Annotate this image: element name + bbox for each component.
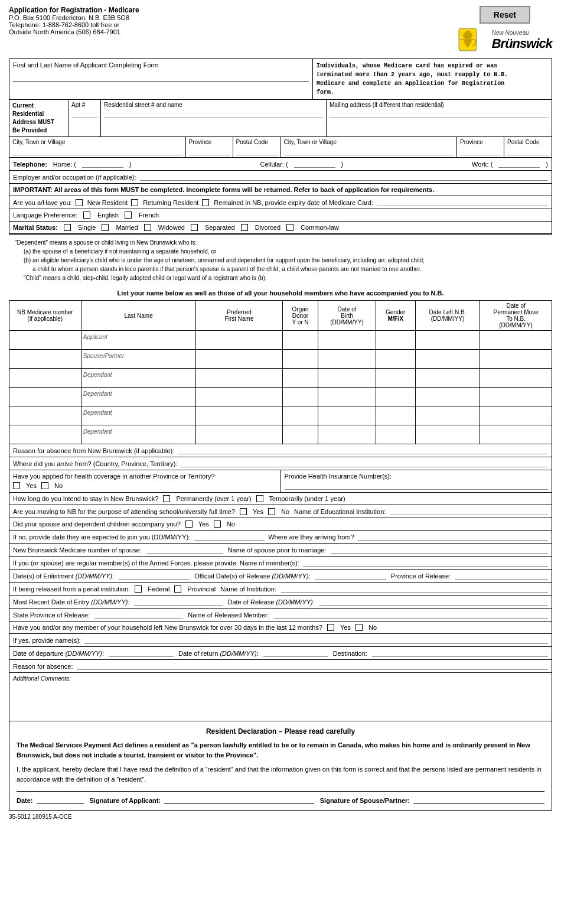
q12a-input[interactable] <box>134 598 223 606</box>
postal-input-right[interactable] <box>507 148 549 155</box>
datemove-applicant-input[interactable] <box>482 337 550 343</box>
home-phone-input[interactable] <box>82 160 123 168</box>
q6-yes-checkbox[interactable] <box>185 520 193 528</box>
applicant-name-input[interactable] <box>13 74 309 82</box>
q7-date-input[interactable] <box>194 533 265 541</box>
q5-yes-checkbox[interactable] <box>240 508 247 515</box>
firstname-applicant-input[interactable] <box>198 337 280 343</box>
province-input-right[interactable] <box>460 148 501 155</box>
reset-button[interactable]: Reset <box>480 6 530 24</box>
td-firstname-applicant <box>196 331 282 350</box>
city-input-right[interactable] <box>284 148 454 155</box>
q3b-input[interactable] <box>285 482 549 490</box>
divorced-checkbox[interactable] <box>241 224 248 231</box>
medicare-dep1-input[interactable] <box>11 375 79 381</box>
commonlaw-checkbox[interactable] <box>286 224 293 231</box>
firstname-spouse-input[interactable] <box>198 356 280 362</box>
province-input-left[interactable] <box>189 148 230 155</box>
th-firstname: PreferredFirst Name <box>196 301 282 331</box>
apt-box: Apt # <box>69 100 101 136</box>
q2-label: Where did you arrive from? (Country, Pro… <box>13 460 177 467</box>
lastname-applicant-input[interactable] <box>83 340 194 347</box>
q9-input[interactable] <box>303 559 548 567</box>
remained-checkbox[interactable] <box>202 199 209 206</box>
q14-no-checkbox[interactable] <box>355 624 363 631</box>
married-checkbox[interactable] <box>102 224 109 231</box>
q13b-input[interactable] <box>274 611 548 619</box>
city-input-left[interactable] <box>12 148 182 155</box>
dateleft-spouse-input[interactable] <box>418 356 478 362</box>
organ-spouse-input[interactable] <box>285 356 317 362</box>
postal-input-left[interactable] <box>236 148 278 155</box>
q17-row: Reason for absence: <box>9 660 552 673</box>
household-table: NB Medicare number(if applicable) Last N… <box>9 300 552 444</box>
date-label: Date: <box>17 797 33 804</box>
q5-no-checkbox[interactable] <box>268 508 275 515</box>
q16c-input[interactable] <box>372 649 548 657</box>
sig-applicant-input[interactable] <box>164 796 314 804</box>
q17-input[interactable] <box>77 662 548 670</box>
q8a-input[interactable] <box>146 546 223 554</box>
q10a-input[interactable] <box>119 572 190 580</box>
q10c-input[interactable] <box>455 572 548 580</box>
english-checkbox[interactable] <box>83 212 90 219</box>
widowed-checkbox[interactable] <box>144 224 151 231</box>
q8b-input[interactable] <box>331 546 548 554</box>
q3-yes-checkbox[interactable] <box>13 482 20 489</box>
dob-spouse-input[interactable] <box>320 356 373 362</box>
cellular-input[interactable] <box>294 160 335 168</box>
work-phone-input[interactable] <box>498 160 540 168</box>
gender-spouse-input[interactable] <box>378 356 413 362</box>
employer-input[interactable] <box>140 173 548 181</box>
q2-input[interactable] <box>181 460 548 467</box>
q5-institution-input[interactable] <box>390 507 548 515</box>
lastname-spouse-input[interactable] <box>83 359 194 366</box>
street-input[interactable] <box>104 110 323 118</box>
returning-resident-checkbox[interactable] <box>131 199 138 206</box>
q3-no-checkbox[interactable] <box>41 482 48 489</box>
q4-perm-checkbox[interactable] <box>163 495 170 502</box>
q15-input[interactable] <box>84 636 548 644</box>
sig-spouse-label: Signature of Spouse/Partner: <box>320 797 410 804</box>
q12b-input[interactable] <box>319 598 548 606</box>
telephone-label: Telephone: <box>13 161 47 168</box>
new-resident-checkbox[interactable] <box>76 199 83 206</box>
q11-institution-input[interactable] <box>281 585 548 593</box>
q16a-input[interactable] <box>109 649 174 657</box>
q18-textarea[interactable] <box>13 682 548 717</box>
apt-input[interactable] <box>71 110 97 118</box>
french-checkbox[interactable] <box>125 212 132 219</box>
q4-temp-checkbox[interactable] <box>256 495 263 502</box>
single-checkbox[interactable] <box>64 224 71 231</box>
remained-input[interactable] <box>377 199 548 206</box>
q14-yes-checkbox[interactable] <box>327 624 334 631</box>
q11-provincial-checkbox[interactable] <box>174 585 181 593</box>
gender-applicant-input[interactable] <box>378 337 413 343</box>
lastname-dep1-input[interactable] <box>83 378 194 385</box>
dob-applicant-input[interactable] <box>320 337 373 343</box>
q16b-input[interactable] <box>263 649 328 657</box>
datemove-spouse-input[interactable] <box>482 356 550 362</box>
organ-applicant-input[interactable] <box>285 337 317 343</box>
firstname-dep1-input[interactable] <box>198 375 280 381</box>
mailing-input[interactable] <box>330 110 549 118</box>
td-gender-applicant <box>376 331 415 350</box>
q6-label: Did your spouse and dependent children a… <box>13 520 181 528</box>
dateleft-applicant-input[interactable] <box>418 337 478 343</box>
q15-row: If yes, provide name(s): <box>9 634 552 647</box>
q6-no-checkbox[interactable] <box>214 520 221 528</box>
q13a-input[interactable] <box>94 611 183 619</box>
separated-checkbox[interactable] <box>191 224 198 231</box>
q7-where-input[interactable] <box>358 533 548 541</box>
q8b-label: Name of spouse prior to marriage: <box>228 546 327 554</box>
q8a-label: New Brunswick Medicare number of spouse: <box>13 546 142 554</box>
th-datemove: Date ofPermanent MoveTo N.B.(DD/MM/YY) <box>480 301 552 331</box>
q1-input[interactable] <box>178 447 548 454</box>
q10b-input[interactable] <box>315 572 386 580</box>
medicare-applicant-input[interactable] <box>11 337 79 343</box>
sig-spouse-input[interactable] <box>413 796 544 804</box>
date-input[interactable] <box>37 796 84 804</box>
medicare-spouse-input[interactable] <box>11 356 79 362</box>
q11-federal-checkbox[interactable] <box>135 585 142 593</box>
q4-perm-label: Permanently (over 1 year) <box>176 495 251 502</box>
